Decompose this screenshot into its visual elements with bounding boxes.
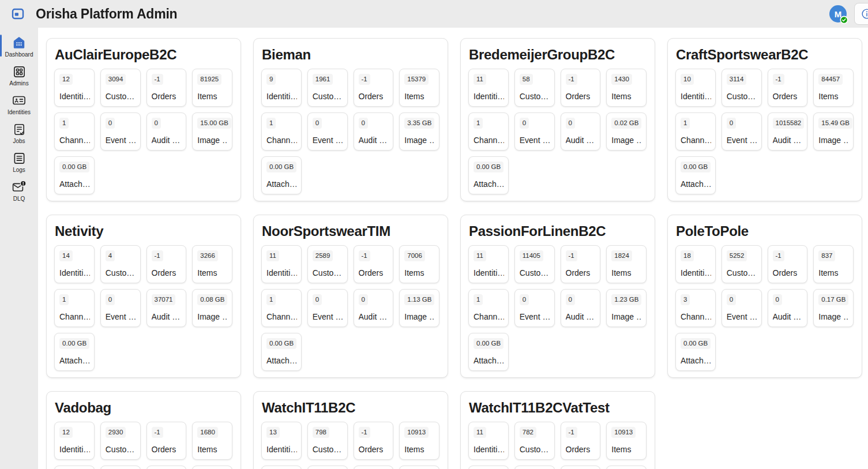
stat-tile[interactable]: 7006 Items (399, 245, 439, 283)
stat-tile[interactable]: 1 Chann… (675, 112, 716, 151)
stat-tile[interactable]: 0 Event … (100, 289, 141, 327)
stat-tile[interactable]: 1 Chann… (54, 289, 95, 327)
sidebar-item-logs[interactable]: Logs (0, 148, 38, 177)
stat-tile[interactable]: 3266 Items (192, 245, 232, 283)
stat-tile[interactable]: 12 Identiti… (54, 422, 95, 460)
stat-tile[interactable]: 18 Identiti… (675, 245, 716, 283)
stat-tile[interactable]: 37071 Audit … (146, 289, 187, 327)
stat-tile[interactable] (100, 466, 141, 469)
sidebar-item-dashboard[interactable]: Dashboard (0, 32, 38, 61)
stat-tile[interactable]: 0 Audit … (354, 289, 394, 327)
stat-tile[interactable]: 1 Chann… (468, 289, 509, 327)
stat-tile[interactable] (192, 466, 232, 469)
stat-tile[interactable] (261, 466, 302, 469)
stat-tile[interactable]: 0.00 GB Attach… (54, 156, 95, 194)
stat-tile[interactable]: -1 Orders (561, 422, 601, 460)
stat-tile[interactable]: 0 Audit … (354, 112, 394, 151)
stat-tile[interactable]: 4 Custo… (100, 245, 141, 283)
stat-tile[interactable]: 1 Chann… (54, 112, 95, 151)
stat-tile[interactable]: -1 Orders (354, 245, 394, 283)
stat-tile[interactable]: -1 Orders (146, 69, 187, 107)
stat-tile[interactable]: 1.13 GB Image … (399, 289, 439, 327)
stat-tile[interactable]: 0 Audit … (561, 289, 601, 327)
stat-tile[interactable]: 1 Chann… (261, 289, 302, 327)
stat-tile[interactable]: 2930 Custo… (100, 422, 141, 460)
stat-tile[interactable]: 3.35 GB Image … (399, 112, 439, 151)
stat-tile[interactable]: 10 Identiti… (675, 69, 716, 107)
stat-tile[interactable]: -1 Orders (146, 422, 187, 460)
stat-tile[interactable]: 1015582 Audit … (768, 112, 808, 151)
stat-tile[interactable]: -1 Orders (768, 69, 808, 107)
stat-tile[interactable]: 3094 Custo… (100, 69, 141, 107)
stat-tile[interactable]: 15.00 GB Image … (192, 112, 232, 151)
stat-tile[interactable]: 1 Chann… (261, 112, 302, 151)
sidebar-item-jobs[interactable]: Jobs (0, 119, 38, 148)
stat-tile[interactable]: 11405 Custo… (514, 245, 555, 283)
stat-tile[interactable]: 10913 Items (399, 422, 439, 460)
stat-tile[interactable]: 1.23 GB Image … (606, 289, 647, 327)
sidebar-item-admins[interactable]: Admins (0, 61, 38, 90)
stat-tile[interactable] (468, 466, 509, 469)
stat-tile[interactable] (561, 466, 601, 469)
stat-tile[interactable]: 0 Event … (307, 112, 348, 151)
stat-tile[interactable]: 15379 Items (399, 69, 439, 107)
stat-tile[interactable]: 0.00 GB Attach… (675, 156, 716, 194)
stat-tile[interactable]: 1 Chann… (468, 112, 509, 151)
stat-tile[interactable]: 0 Audit … (561, 112, 601, 151)
stat-tile[interactable] (399, 466, 439, 469)
stat-tile[interactable]: 13 Identiti… (261, 422, 302, 460)
stat-tile[interactable]: 0 Event … (514, 112, 555, 151)
sidebar-item-dlq[interactable]: DLQ (0, 177, 38, 205)
stat-tile[interactable]: 0.00 GB Attach… (675, 333, 716, 371)
stat-tile[interactable]: 5252 Custo… (722, 245, 762, 283)
stat-tile[interactable] (606, 466, 647, 469)
stat-tile[interactable]: 14 Identiti… (54, 245, 95, 283)
stat-tile[interactable]: 10913 Items (606, 422, 647, 460)
stat-tile[interactable]: 0 Event … (722, 289, 762, 327)
stat-tile[interactable]: 0 Event … (100, 112, 141, 151)
stat-tile[interactable]: 0.17 GB Image … (813, 289, 854, 327)
user-avatar[interactable]: M (829, 5, 847, 22)
stat-tile[interactable] (514, 466, 555, 469)
stat-tile[interactable]: -1 Orders (561, 69, 601, 107)
stat-tile[interactable]: 58 Custo… (514, 69, 555, 107)
stat-tile[interactable] (354, 466, 394, 469)
stat-tile[interactable]: 2589 Custo… (307, 245, 348, 283)
stat-tile[interactable]: 9 Identiti… (261, 69, 302, 107)
stat-tile[interactable]: 798 Custo… (307, 422, 348, 460)
stat-tile[interactable]: 0.00 GB Attach… (54, 333, 95, 371)
stat-tile[interactable]: 1680 Items (192, 422, 232, 460)
stat-tile[interactable] (307, 466, 348, 469)
stat-tile[interactable]: 1961 Custo… (307, 69, 348, 107)
stat-tile[interactable]: 0 Event … (722, 112, 762, 151)
stat-tile[interactable]: -1 Orders (146, 245, 187, 283)
stat-tile[interactable]: -1 Orders (354, 422, 394, 460)
stat-tile[interactable]: 11 Identiti… (468, 69, 509, 107)
stat-tile[interactable]: 12 Identiti… (54, 69, 95, 107)
stat-tile[interactable]: 11 Identiti… (468, 245, 509, 283)
info-button[interactable] (854, 3, 868, 25)
stat-tile[interactable]: -1 Orders (768, 245, 808, 283)
sidebar-item-identities[interactable]: Identities (0, 90, 38, 119)
stat-tile[interactable]: 0 Event … (307, 289, 348, 327)
stat-tile[interactable]: 0.00 GB Attach… (261, 333, 302, 371)
stat-tile[interactable]: 0.00 GB Attach… (468, 333, 509, 371)
stat-tile[interactable]: -1 Orders (561, 245, 601, 283)
stat-tile[interactable]: 81925 Items (192, 69, 232, 107)
stat-tile[interactable]: 782 Custo… (514, 422, 555, 460)
stat-tile[interactable]: 84457 Items (813, 69, 854, 107)
stat-tile[interactable]: 3114 Custo… (722, 69, 762, 107)
stat-tile[interactable] (54, 466, 95, 469)
stat-tile[interactable]: 0.00 GB Attach… (261, 156, 302, 194)
stat-tile[interactable]: 11 Identiti… (261, 245, 302, 283)
stat-tile[interactable]: 1430 Items (606, 69, 647, 107)
stat-tile[interactable]: 837 Items (813, 245, 854, 283)
stat-tile[interactable]: 3 Chann… (675, 289, 716, 327)
stat-tile[interactable]: 15.49 GB Image … (813, 112, 854, 151)
stat-tile[interactable]: -1 Orders (354, 69, 394, 107)
stat-tile[interactable]: 0 Event … (514, 289, 555, 327)
stat-tile[interactable]: 11 Identiti… (468, 422, 509, 460)
stat-tile[interactable]: 0 Audit … (768, 289, 808, 327)
stat-tile[interactable]: 0.00 GB Attach… (468, 156, 509, 194)
stat-tile[interactable]: 0.08 GB Image … (192, 289, 232, 327)
